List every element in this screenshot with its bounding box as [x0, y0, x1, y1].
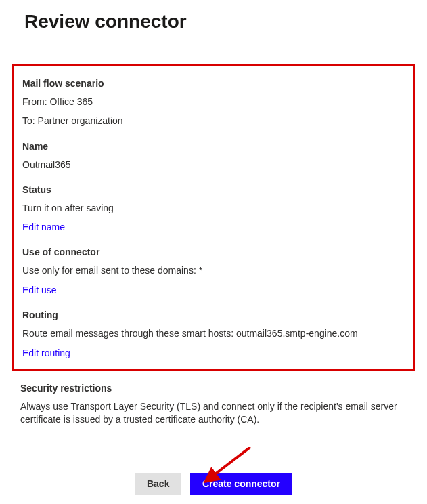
security-value: Always use Transport Layer Security (TLS…: [20, 400, 407, 427]
back-button[interactable]: Back: [135, 473, 181, 495]
name-value: Outmail365: [22, 159, 405, 172]
security-heading: Security restrictions: [20, 383, 407, 394]
use-value: Use only for email sent to these domains…: [22, 264, 405, 278]
highlight-annotation-box: Mail flow scenario From: Office 365 To: …: [12, 64, 415, 371]
scenario-from: From: Office 365: [22, 96, 405, 109]
edit-use-link[interactable]: Edit use: [22, 285, 57, 295]
page-title: Review connector: [0, 0, 427, 33]
routing-value: Route email messages through these smart…: [22, 327, 405, 341]
edit-routing-link[interactable]: Edit routing: [22, 348, 70, 358]
scenario-heading: Mail flow scenario: [22, 78, 405, 89]
use-heading: Use of connector: [22, 247, 405, 257]
edit-name-link[interactable]: Edit name: [22, 222, 65, 232]
scenario-to: To: Partner organization: [22, 114, 405, 128]
status-heading: Status: [22, 184, 405, 195]
name-heading: Name: [22, 141, 405, 152]
footer-actions: Back Create connector: [0, 473, 427, 495]
routing-heading: Routing: [22, 310, 405, 320]
create-connector-button[interactable]: Create connector: [190, 473, 292, 495]
status-value: Turn it on after saving: [22, 202, 405, 215]
